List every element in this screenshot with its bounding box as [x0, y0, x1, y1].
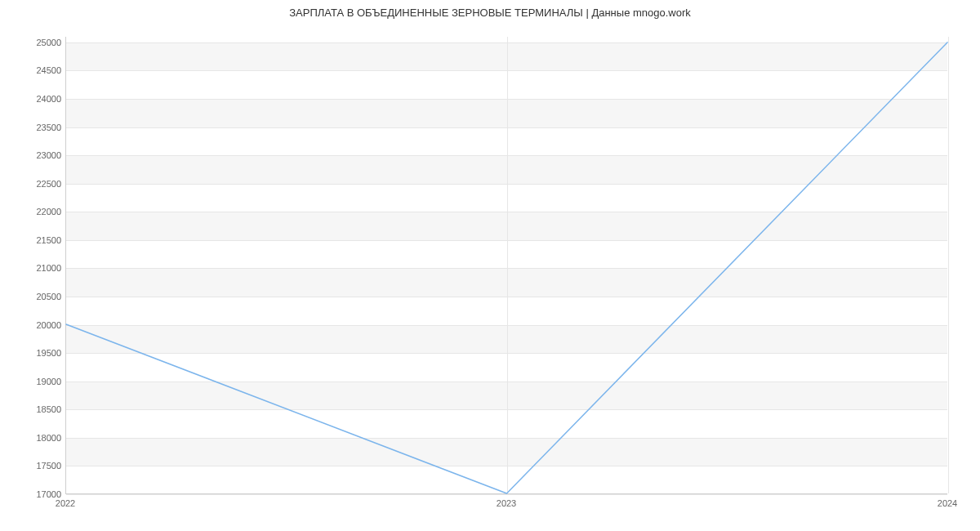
y-tick-label: 24000 — [36, 94, 61, 104]
line-series — [66, 37, 947, 493]
y-tick-label: 20000 — [36, 320, 61, 330]
v-gridline — [948, 37, 949, 493]
plot-area — [65, 37, 947, 494]
y-tick-label: 24500 — [36, 65, 61, 75]
y-tick-label: 22000 — [36, 207, 61, 216]
x-tick-label: 2024 — [938, 498, 957, 508]
y-tick-label: 19000 — [36, 377, 61, 386]
chart-container: ЗАРПЛАТА В ОБЪЕДИНЕННЫЕ ЗЕРНОВЫЕ ТЕРМИНА… — [0, 0, 980, 531]
h-gridline — [66, 494, 947, 495]
chart-title: ЗАРПЛАТА В ОБЪЕДИНЕННЫЕ ЗЕРНОВЫЕ ТЕРМИНА… — [0, 7, 980, 19]
y-tick-label: 17500 — [36, 461, 61, 471]
y-tick-label: 22500 — [36, 179, 61, 189]
y-tick-label: 19500 — [36, 348, 61, 358]
x-tick-label: 2023 — [497, 498, 516, 508]
y-tick-label: 18000 — [36, 433, 61, 443]
y-tick-label: 21000 — [36, 263, 61, 273]
y-tick-label: 18500 — [36, 404, 61, 414]
y-tick-label: 21500 — [36, 235, 61, 245]
y-tick-label: 23000 — [36, 150, 61, 160]
y-tick-label: 23500 — [36, 123, 61, 132]
x-tick-label: 2022 — [56, 498, 75, 508]
y-tick-label: 25000 — [36, 38, 61, 47]
y-tick-label: 20500 — [36, 292, 61, 301]
